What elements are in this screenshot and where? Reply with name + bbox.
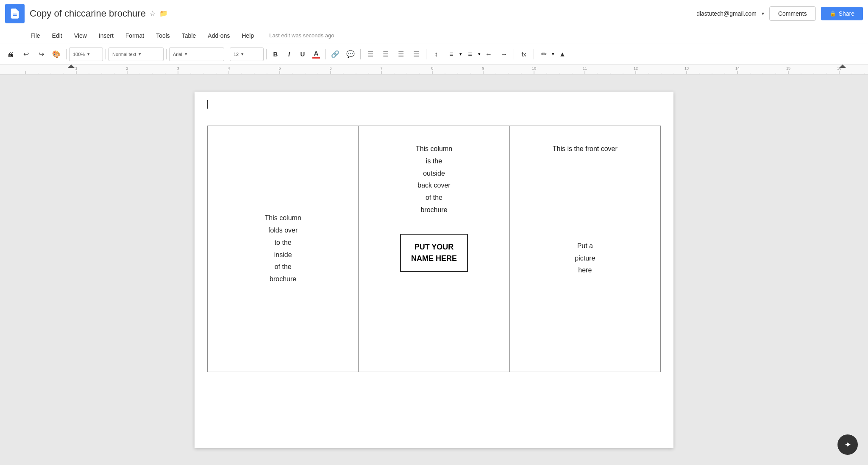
brochure-col3: This is the front cover Put a picture he…: [509, 126, 660, 372]
bullet-list-button[interactable]: ≡: [463, 47, 477, 62]
toolbar-divider-7: [360, 49, 361, 59]
svg-text:3: 3: [177, 66, 179, 70]
svg-text:5: 5: [278, 66, 281, 70]
menu-bar: File Edit View Insert Format Tools Table…: [0, 27, 868, 44]
name-line2: NAME HERE: [411, 253, 457, 264]
brochure-col1: This column folds over to the inside of …: [208, 126, 359, 372]
top-bar: Copy of chiccarine brochure ☆ 📁 dlastute…: [0, 0, 868, 27]
style-select[interactable]: Normal text ▾: [108, 48, 164, 61]
ai-compose-button[interactable]: ✦: [837, 434, 858, 455]
redo-button[interactable]: ↪: [34, 47, 48, 62]
toolbar-divider-3: [166, 49, 167, 59]
bold-button[interactable]: B: [269, 48, 282, 61]
align-center-button[interactable]: ☰: [378, 47, 393, 62]
comment-button[interactable]: 💬: [343, 47, 358, 62]
app-icon: [5, 4, 25, 23]
toolbar-divider-1: [66, 49, 67, 59]
print-button[interactable]: 🖨: [3, 47, 18, 62]
text-color-button[interactable]: A: [310, 48, 323, 61]
pen-tool-button[interactable]: ✏: [537, 47, 551, 62]
indent-less-button[interactable]: ←: [481, 47, 496, 62]
svg-text:14: 14: [735, 66, 740, 70]
folder-icon[interactable]: 📁: [159, 9, 168, 17]
font-select[interactable]: Arial ▾: [169, 48, 224, 61]
svg-text:15: 15: [786, 66, 790, 70]
svg-text:2: 2: [126, 66, 128, 70]
svg-text:4: 4: [228, 66, 230, 70]
svg-text:12: 12: [634, 66, 638, 70]
svg-text:10: 10: [532, 66, 536, 70]
font-size-select[interactable]: 12 ▾: [230, 48, 264, 61]
svg-text:1: 1: [75, 66, 77, 70]
name-box[interactable]: PUT YOUR NAME HERE: [400, 234, 468, 272]
toolbar-divider-2: [106, 49, 106, 59]
col2-divider: [367, 225, 501, 225]
svg-text:8: 8: [431, 66, 433, 70]
document-area[interactable]: This column folds over to the inside of …: [0, 75, 868, 465]
link-button[interactable]: 🔗: [328, 47, 342, 62]
menu-edit[interactable]: Edit: [47, 31, 67, 41]
svg-text:9: 9: [482, 66, 484, 70]
menu-addons[interactable]: Add-ons: [203, 31, 235, 41]
col3-picture-area: Put a picture here: [518, 240, 652, 277]
undo-button[interactable]: ↩: [19, 47, 33, 62]
lock-icon: 🔒: [829, 10, 836, 17]
collapse-toolbar-button[interactable]: ▲: [555, 47, 570, 62]
numbered-list-button[interactable]: ≡: [444, 47, 459, 62]
menu-format[interactable]: Format: [120, 31, 149, 41]
menu-help[interactable]: Help: [236, 31, 259, 41]
underline-button[interactable]: U: [296, 48, 309, 61]
menu-table[interactable]: Table: [177, 31, 201, 41]
pen-tool-arrow[interactable]: ▾: [552, 51, 554, 57]
align-right-button[interactable]: ☰: [394, 47, 408, 62]
numbered-list-arrow[interactable]: ▾: [459, 51, 462, 57]
svg-text:7: 7: [380, 66, 382, 70]
clear-format-button[interactable]: fx: [517, 47, 531, 62]
svg-text:11: 11: [583, 66, 587, 70]
doc-title-area: Copy of chiccarine brochure ☆ 📁: [30, 8, 696, 19]
page-content: This column folds over to the inside of …: [195, 92, 673, 385]
last-edit-text: Last edit was seconds ago: [269, 32, 334, 39]
star-icon[interactable]: ☆: [149, 9, 156, 18]
ruler: 1234567891011121314151617181920212223242…: [0, 64, 868, 75]
menu-tools[interactable]: Tools: [151, 31, 175, 41]
menu-file[interactable]: File: [25, 31, 45, 41]
toolbar-divider-5: [266, 49, 267, 59]
zoom-select[interactable]: 100% ▾: [69, 48, 103, 61]
page: This column folds over to the inside of …: [195, 92, 673, 448]
cursor: [207, 100, 208, 109]
user-email: dlastutech@gmail.com: [696, 10, 757, 17]
brochure-table: This column folds over to the inside of …: [207, 126, 661, 372]
user-area: dlastutech@gmail.com ▾ Comments 🔒 Share: [696, 6, 863, 21]
paint-format-button[interactable]: 🎨: [49, 47, 64, 62]
col3-front-cover: This is the front cover: [518, 143, 652, 155]
name-line1: PUT YOUR: [411, 241, 457, 253]
toolbar: 🖨 ↩ ↪ 🎨 100% ▾ Normal text ▾ Arial ▾ 12 …: [0, 44, 868, 64]
italic-button[interactable]: I: [283, 48, 295, 61]
toolbar-divider-4: [227, 49, 227, 59]
bullet-list-arrow[interactable]: ▾: [478, 51, 481, 57]
col1-content: This column folds over to the inside of …: [216, 212, 350, 286]
menu-insert[interactable]: Insert: [94, 31, 119, 41]
line-spacing-button[interactable]: ↕: [429, 47, 443, 62]
comments-button[interactable]: Comments: [769, 6, 816, 21]
col2-content: This column is the outside back cover of…: [367, 143, 501, 216]
svg-text:13: 13: [684, 66, 689, 70]
toolbar-divider-10: [534, 49, 534, 59]
share-button[interactable]: 🔒 Share: [821, 7, 863, 20]
toolbar-divider-9: [514, 49, 514, 59]
dropdown-arrow-icon[interactable]: ▾: [762, 11, 764, 17]
toolbar-divider-8: [426, 49, 426, 59]
svg-text:6: 6: [329, 66, 331, 70]
toolbar-divider-6: [325, 49, 326, 59]
brochure-col2: This column is the outside back cover of…: [359, 126, 509, 372]
align-justify-button[interactable]: ☰: [409, 47, 423, 62]
menu-view[interactable]: View: [69, 31, 92, 41]
text-color-display: A: [310, 48, 323, 61]
align-left-button[interactable]: ☰: [363, 47, 378, 62]
indent-more-button[interactable]: →: [497, 47, 511, 62]
doc-title[interactable]: Copy of chiccarine brochure: [30, 8, 146, 19]
